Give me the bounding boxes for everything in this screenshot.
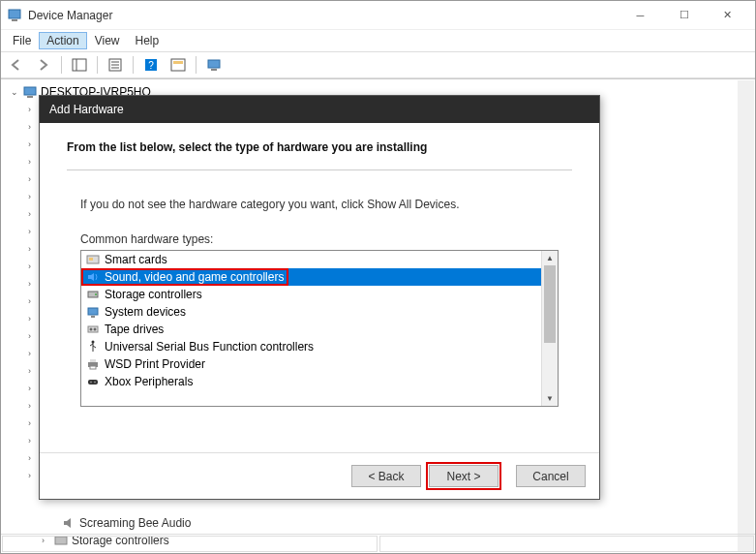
- svg-point-31: [90, 382, 92, 384]
- toolbar-separator: [61, 56, 62, 74]
- divider: [67, 169, 572, 170]
- smartcard-icon: [85, 252, 101, 267]
- svg-rect-29: [90, 366, 96, 369]
- printer-icon: [85, 356, 101, 372]
- scroll-down-icon[interactable]: ▼: [542, 391, 558, 406]
- properties-icon[interactable]: [104, 54, 127, 76]
- list-item-label: Smart cards: [105, 253, 167, 266]
- back-button[interactable]: < Back: [351, 465, 421, 487]
- svg-rect-2: [73, 59, 86, 71]
- list-item-xbox[interactable]: Xbox Peripherals: [81, 373, 558, 390]
- maximize-button[interactable]: ☐: [662, 1, 706, 29]
- toolbar: ?: [1, 51, 755, 78]
- svg-rect-30: [88, 380, 98, 385]
- svg-point-24: [90, 328, 93, 331]
- storage-icon: [85, 287, 101, 302]
- list-item-label: Xbox Peripherals: [105, 375, 193, 388]
- titlebar: Device Manager ─ ☐ ✕: [1, 1, 755, 30]
- svg-rect-18: [89, 258, 93, 261]
- minimize-button[interactable]: ─: [619, 1, 662, 29]
- svg-point-32: [94, 382, 96, 384]
- dialog-body: From the list below, select the type of …: [40, 123, 599, 452]
- dialog-buttons: < Back Next > Cancel: [40, 452, 599, 499]
- dialog-heading: From the list below, select the type of …: [67, 140, 572, 154]
- svg-rect-11: [173, 61, 183, 64]
- svg-rect-1: [12, 19, 17, 21]
- list-item-wsd-print[interactable]: WSD Print Provider: [81, 355, 558, 373]
- svg-rect-28: [90, 359, 96, 362]
- status-bar: [1, 534, 755, 553]
- scroll-thumb[interactable]: [544, 265, 556, 343]
- svg-text:?: ?: [148, 60, 154, 71]
- svg-rect-13: [211, 69, 217, 71]
- list-item-tape-drives[interactable]: Tape drives: [81, 321, 558, 338]
- add-hardware-dialog: Add Hardware From the list below, select…: [39, 95, 600, 500]
- toolbar-separator: [97, 56, 98, 74]
- list-label: Common hardware types:: [67, 232, 572, 246]
- window-title: Device Manager: [28, 9, 619, 22]
- tree-item-screaming-bee[interactable]: Screaming Bee Audio: [42, 514, 191, 532]
- list-item-smart-cards[interactable]: Smart cards: [81, 251, 558, 268]
- forward-icon[interactable]: [32, 54, 55, 76]
- svg-rect-14: [24, 87, 36, 95]
- cancel-button[interactable]: Cancel: [516, 465, 586, 487]
- chevron-down-icon[interactable]: ⌄: [11, 87, 22, 97]
- svg-rect-12: [208, 60, 220, 68]
- help-icon[interactable]: ?: [139, 54, 163, 76]
- svg-point-20: [95, 293, 97, 295]
- toolbar-separator: [133, 56, 134, 74]
- menu-action[interactable]: Action: [39, 32, 86, 49]
- listbox-scrollbar[interactable]: ▲ ▼: [541, 251, 558, 406]
- list-item-label: WSD Print Provider: [105, 357, 205, 371]
- dialog-title: Add Hardware: [40, 96, 599, 123]
- svg-point-26: [92, 341, 95, 344]
- svg-point-25: [94, 328, 97, 331]
- svg-rect-21: [88, 308, 98, 315]
- usb-icon: [85, 339, 101, 354]
- list-item-label: Tape drives: [105, 323, 164, 336]
- sound-icon: [85, 269, 101, 285]
- list-item-storage-controllers[interactable]: Storage controllers: [81, 286, 558, 303]
- back-icon[interactable]: [5, 54, 28, 76]
- list-item-usb-function[interactable]: Universal Serial Bus Function controller…: [81, 338, 558, 355]
- svg-rect-22: [91, 316, 95, 318]
- status-cell: [379, 536, 755, 552]
- menubar: File Action View Help: [1, 30, 755, 51]
- status-cell: [2, 536, 378, 552]
- list-item-label: Universal Serial Bus Function controller…: [105, 340, 314, 354]
- toolbar-separator: [196, 56, 197, 74]
- app-icon: [7, 8, 22, 23]
- system-icon: [85, 304, 101, 320]
- show-hide-tree-icon[interactable]: [68, 54, 91, 76]
- scan-icon[interactable]: [166, 54, 190, 76]
- list-item-label: Storage controllers: [105, 288, 202, 301]
- monitor-icon[interactable]: [202, 54, 226, 76]
- tape-icon: [85, 322, 101, 337]
- list-item-system-devices[interactable]: System devices: [81, 303, 558, 321]
- list-item-sound-video-game[interactable]: Sound, video and game controllers: [81, 268, 558, 286]
- svg-rect-15: [27, 96, 33, 98]
- window-controls: ─ ☐ ✕: [619, 1, 749, 29]
- svg-rect-0: [9, 10, 20, 18]
- hardware-types-listbox[interactable]: Smart cards Sound, video and game contro…: [80, 250, 559, 407]
- tree-scrollbar[interactable]: [738, 80, 754, 552]
- svg-rect-10: [171, 59, 185, 71]
- list-item-label: System devices: [105, 305, 186, 319]
- close-button[interactable]: ✕: [706, 1, 749, 29]
- dialog-info-text: If you do not see the hardware category …: [67, 198, 572, 211]
- next-button[interactable]: Next >: [429, 465, 499, 487]
- menu-file[interactable]: File: [5, 32, 39, 49]
- tree-item-label: Screaming Bee Audio: [79, 516, 191, 530]
- xbox-icon: [85, 374, 101, 389]
- list-item-label: Sound, video and game controllers: [105, 270, 284, 284]
- audio-icon: [61, 515, 76, 531]
- menu-help[interactable]: Help: [128, 32, 167, 49]
- scroll-up-icon[interactable]: ▲: [542, 251, 558, 265]
- menu-view[interactable]: View: [87, 32, 128, 49]
- computer-icon: [22, 84, 38, 100]
